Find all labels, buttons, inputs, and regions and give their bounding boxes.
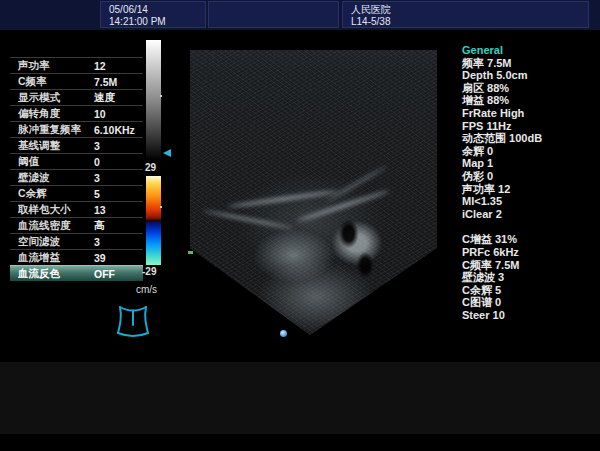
parameter-menu: 声功率12 C频率7.5M 显示模式速度 偏转角度10 脉冲重复频率6.10KH… [10,57,143,281]
param-label: 阈值 [18,155,94,169]
param-label: C频率 [18,75,94,89]
param-row-acoustic-power[interactable]: 声功率12 [10,57,143,73]
info-line: 余辉 0 [462,145,597,158]
param-label: C余辉 [18,187,94,201]
param-value: 3 [94,172,100,184]
param-value: 13 [94,204,106,216]
param-value: 速度 [94,91,115,105]
param-row-line-density[interactable]: 血流线密度高 [10,217,143,233]
time-text: 14:21:00 PM [109,16,166,27]
info-line: MI<1.35 [462,195,597,208]
date-text: 05/06/14 [109,4,148,15]
hospital-box: 人民医院L14-5/38 [342,1,589,28]
graymap-pointer-icon [163,149,171,157]
param-value: 39 [94,252,106,264]
color-info-line: C增益 31% [462,233,597,246]
info-line: 频率 7.5M [462,57,597,70]
focus-marker-icon [280,330,287,337]
depth-marker [188,251,193,254]
info-line: 伪彩 0 [462,170,597,183]
color-info-line: PRFc 6kHz [462,246,597,259]
top-status-bar: 05/06/1414:21:00 PM 人民医院L14-5/38 [0,0,600,30]
param-row-baseline[interactable]: 基线调整3 [10,137,143,153]
param-value: 高 [94,219,105,233]
info-line: Depth 5.0cm [462,69,597,82]
param-label: 脉冲重复频率 [18,123,94,137]
grayscale-tick [160,95,162,97]
param-row-packet-size[interactable]: 取样包大小13 [10,201,143,217]
param-row-c-frequency[interactable]: C频率7.5M [10,73,143,89]
color-info-line: C频率 7.5M [462,259,597,272]
param-row-wall-filter[interactable]: 壁滤波3 [10,169,143,185]
param-label: 取样包大小 [18,203,94,217]
param-value: 10 [94,108,106,120]
param-row-display-mode[interactable]: 显示模式速度 [10,89,143,105]
param-row-prf[interactable]: 脉冲重复频率6.10KHz [10,121,143,137]
param-value: 12 [94,60,106,72]
param-row-flow-gain[interactable]: 血流增益39 [10,249,143,265]
param-label: 壁滤波 [18,171,94,185]
clipboard-strip: ‹ ‹ › × ‹ › [0,362,600,434]
echo-streak [326,165,388,203]
param-row-c-persistence[interactable]: C余辉5 [10,185,143,201]
param-value: 5 [94,188,100,200]
info-line: FrRate High [462,107,597,120]
ultrasound-display-area[interactable] [172,32,448,347]
param-value: 0 [94,156,100,168]
param-label: 血流线密度 [18,219,94,233]
param-label: 空间滤波 [18,235,94,249]
param-row-spatial-filter[interactable]: 空间滤波3 [10,233,143,249]
velocity-scale-min: -29 [142,266,156,277]
velocity-scale-unit: cm/s [136,284,157,295]
param-label: 基线调整 [18,139,94,153]
hospital-name: 人民医院 [351,4,391,15]
doppler-color-bar [146,176,161,265]
param-value: 6.10KHz [94,124,135,136]
param-label: 显示模式 [18,91,94,105]
param-label: 声功率 [18,59,94,73]
color-info-line: Steer 10 [462,309,597,322]
param-value: 3 [94,236,100,248]
empty-info-box [208,1,339,28]
echo-streak [203,209,294,229]
param-label: 偏转角度 [18,107,94,121]
color-info-line: C图谱 0 [462,296,597,309]
param-row-threshold[interactable]: 阈值0 [10,153,143,169]
imaging-parameters-panel: General 频率 7.5M Depth 5.0cm 扇区 88% 增益 88… [462,44,597,321]
ultrasound-image [172,32,448,347]
probe-id: L14-5/38 [351,16,390,27]
colorbar-tick [160,206,162,208]
param-label: 血流反色 [18,267,94,281]
info-line: Map 1 [462,157,597,170]
info-line: 增益 88% [462,94,597,107]
info-line: 动态范围 100dB [462,132,597,145]
grayscale-bar [146,40,161,160]
echo-streak [227,189,338,209]
ultrasound-main-screen: 05/06/1414:21:00 PM 人民医院L14-5/38 声功率12 C… [0,0,600,451]
param-value: 3 [94,140,100,152]
datetime-box: 05/06/1414:21:00 PM [100,1,206,28]
param-row-flow-invert-selected[interactable]: 血流反色OFF [10,265,143,281]
param-value: OFF [94,268,115,280]
param-label: 血流增益 [18,251,94,265]
color-info-line: 壁滤波 3 [462,271,597,284]
color-info-line: C余辉 5 [462,284,597,297]
info-line: 扇区 88% [462,82,597,95]
param-value: 7.5M [94,76,117,88]
info-line: 声功率 12 [462,183,597,196]
body-marker-icon [112,300,154,344]
param-row-steer-angle[interactable]: 偏转角度10 [10,105,143,121]
info-line: FPS 11Hz [462,120,597,133]
velocity-scale-max: 29 [145,162,156,173]
info-line: iClear 2 [462,208,597,221]
preset-name: General [462,44,597,57]
